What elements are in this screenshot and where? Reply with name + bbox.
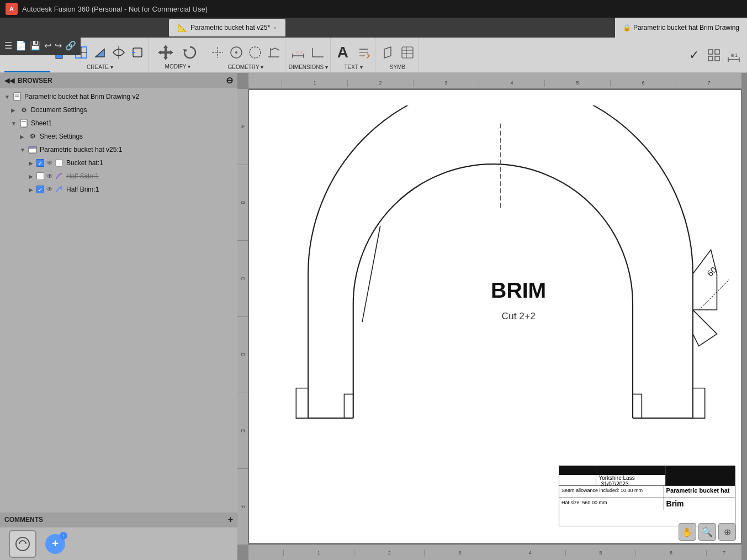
pan-button[interactable]: ✋ xyxy=(679,523,696,541)
tree-item-sheet-settings[interactable]: ▶ ⚙ Sheet Settings xyxy=(0,130,237,143)
drawing-sheet: 60 BRIM Cut 2+2 Yorkshire Lass xyxy=(248,89,741,543)
svg-text:60: 60 xyxy=(705,265,718,278)
dimensions-label[interactable]: DIMENSIONS ▾ xyxy=(289,64,328,72)
brim-icon xyxy=(54,184,64,194)
svg-rect-31 xyxy=(708,50,713,54)
half-brim-label: Half Brim:1 xyxy=(66,186,99,193)
text-icon-2[interactable] xyxy=(355,44,373,61)
bottom-ruler: 1 2 3 4 5 6 7 xyxy=(248,545,741,560)
create-label[interactable]: CREATE ▾ xyxy=(87,64,113,72)
active-tab[interactable]: 📐 Parametric bucket hat v25* × xyxy=(169,19,285,36)
file-icon[interactable]: 📄 xyxy=(15,40,27,51)
tree-arrow[interactable]: ▶ xyxy=(29,160,36,166)
geometry-icon-2[interactable] xyxy=(227,44,245,61)
bottom-drawing-icon[interactable] xyxy=(9,530,36,558)
title2: Brim xyxy=(666,499,684,508)
modify-label[interactable]: MODIFY ▾ xyxy=(165,64,190,72)
tree-arrow[interactable]: ▼ xyxy=(11,120,19,126)
tree-item-half-brim[interactable]: ▶ ✓ 👁 Half Brim:1 xyxy=(0,183,237,196)
text-label[interactable]: TEXT ▾ xyxy=(344,64,362,72)
half-brim-checkbox[interactable]: ✓ xyxy=(36,186,44,193)
rotate-icon[interactable] xyxy=(179,41,201,64)
vertical-ruler: A B C D E F xyxy=(237,88,248,545)
geometry-icon-1[interactable] xyxy=(209,44,226,61)
tree-item-doc-settings[interactable]: ▶ ⚙ Document Settings xyxy=(0,103,237,117)
redo-icon[interactable]: ↪ xyxy=(55,40,62,51)
symb-icon-2[interactable] xyxy=(399,44,416,61)
dimensions-group: XY DIMENSIONS ▾ xyxy=(287,38,331,72)
tree-root-label: Parametric bucket hat Brim Drawing v2 xyxy=(24,93,139,101)
create-icon-3[interactable] xyxy=(91,44,109,61)
geometry-label[interactable]: GEOMETRY ▾ xyxy=(228,64,264,72)
geometry-icon-3[interactable] xyxy=(246,44,264,61)
sheet-icon xyxy=(19,118,29,128)
link-icon[interactable]: 🔗 xyxy=(65,40,76,51)
component-view-icon xyxy=(28,145,38,155)
save-icon[interactable]: 💾 xyxy=(30,40,41,51)
tree-item-root[interactable]: ▼ Parametric bucket hat Brim Drawing v2 xyxy=(0,90,237,103)
tree-item-bucket-hat[interactable]: ▶ ✓ 👁 Bucket hat:1 xyxy=(0,156,237,170)
brim-svg: 60 BRIM Cut 2+2 xyxy=(260,105,741,466)
undo-icon[interactable]: ↩ xyxy=(44,40,51,51)
dim-icon-1[interactable]: XY xyxy=(289,44,307,61)
svg-marker-8 xyxy=(183,49,188,52)
half-side-checkbox[interactable] xyxy=(36,172,44,180)
move-icon[interactable] xyxy=(155,41,177,64)
browser-collapse-icon[interactable]: ◀◀ xyxy=(4,77,14,84)
comments-title: COMMENTS xyxy=(4,516,43,524)
eye-icon[interactable]: 👁 xyxy=(46,186,53,193)
tree-arrow[interactable]: ▼ xyxy=(4,94,12,100)
create-icon-5[interactable] xyxy=(129,44,146,61)
runner-icon xyxy=(54,171,64,181)
component-icon xyxy=(54,158,64,168)
text-group: A TEXT ▾ xyxy=(332,38,375,72)
eye-icon[interactable]: 👁 xyxy=(46,172,53,180)
symb-icon-1[interactable] xyxy=(379,44,396,61)
toolbar: DRAWING CREATE ▾ xyxy=(0,38,747,73)
dim-icon-2[interactable] xyxy=(309,44,327,61)
bucket-hat-checkbox[interactable]: ✓ xyxy=(36,159,44,167)
zoom-in-button[interactable]: 🔍 xyxy=(698,523,716,541)
tree-arrow[interactable]: ▶ xyxy=(29,187,36,193)
bucket-hat-view-label: Parametric bucket hat v25:1 xyxy=(40,146,122,154)
svg-rect-42 xyxy=(20,119,27,127)
check-icon[interactable]: ✓ xyxy=(685,46,703,64)
browser-header: ◀◀ BROWSER ⊖ xyxy=(0,73,237,88)
quick-access-toolbar: ☰ 📄 💾 ↩ ↪ 🔗 xyxy=(0,35,81,55)
doc-settings-label: Document Settings xyxy=(31,106,87,114)
geometry-group: GEOMETRY ▾ xyxy=(206,38,285,72)
comments-add-btn[interactable]: + xyxy=(228,515,233,525)
svg-point-12 xyxy=(235,51,237,54)
geometry-icon-4[interactable] xyxy=(265,44,283,61)
measure-icon[interactable]: ⊕1 xyxy=(725,46,743,64)
symb-label[interactable]: SYMB xyxy=(390,64,405,72)
tree-arrow[interactable]: ▶ xyxy=(11,107,19,113)
author-label: Yorkshire Lass xyxy=(598,475,634,481)
svg-text:X: X xyxy=(296,50,299,55)
text-icon[interactable]: A xyxy=(334,44,352,61)
browser-collapse-btn[interactable]: ⊖ xyxy=(226,75,233,86)
tree-arrow[interactable]: ▶ xyxy=(20,134,28,140)
svg-point-13 xyxy=(250,47,261,58)
tree-arrow[interactable]: ▶ xyxy=(29,173,36,179)
create-icon-4[interactable] xyxy=(110,44,128,61)
settings-icon: ⚙ xyxy=(19,105,29,115)
zoom-controls: ✋ 🔍 ⊕ xyxy=(679,523,736,541)
brim-title: BRIM xyxy=(491,278,546,302)
eye-icon[interactable]: 👁 xyxy=(46,159,53,167)
tree-item-bucket-hat-view[interactable]: ▼ Parametric bucket hat v25:1 xyxy=(0,143,237,156)
tree-item-sheet1[interactable]: ▼ Sheet1 xyxy=(0,117,237,130)
svg-point-47 xyxy=(16,537,29,551)
grid-icon[interactable] xyxy=(705,46,723,64)
tree-item-half-side[interactable]: ▶ 👁 Half Side:1 xyxy=(0,170,237,183)
svg-rect-45 xyxy=(29,146,36,149)
svg-text:Y: Y xyxy=(300,50,304,55)
browser-tree: ▼ Parametric bucket hat Brim Drawing v2 … xyxy=(0,88,237,513)
canvas-area[interactable]: 1 2 3 4 5 6 7 A B C D E F xyxy=(237,73,747,560)
tab-close-button[interactable]: × xyxy=(273,25,277,31)
menu-icon[interactable]: ☰ xyxy=(4,40,12,51)
right-tab[interactable]: 🔒 Parametric bucket hat Brim Drawing xyxy=(615,18,747,38)
tree-arrow[interactable]: ▼ xyxy=(20,147,28,153)
zoom-fit-button[interactable]: ⊕ xyxy=(718,523,736,541)
sheet-settings-icon: ⚙ xyxy=(28,131,38,141)
